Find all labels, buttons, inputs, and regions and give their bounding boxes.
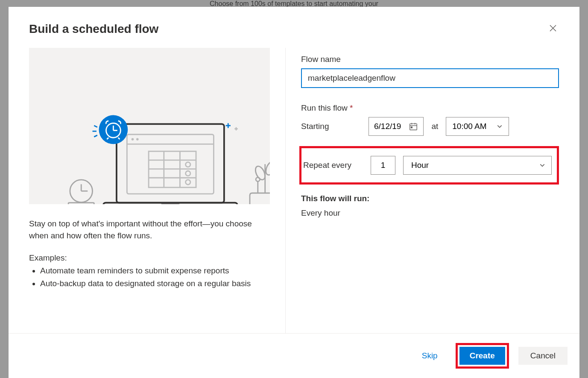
unit-value: Hour: [411, 161, 429, 170]
create-highlight: Create: [456, 343, 509, 369]
svg-point-24: [186, 180, 190, 185]
summary-text: Every hour: [301, 208, 559, 218]
svg-point-22: [186, 162, 190, 167]
close-button[interactable]: [547, 22, 559, 35]
date-value: 6/12/19: [374, 122, 401, 131]
start-date-input[interactable]: 6/12/19: [369, 117, 424, 136]
required-asterisk: *: [350, 103, 353, 112]
svg-line-37: [94, 135, 97, 137]
at-label: at: [431, 122, 438, 131]
chevron-down-icon: [497, 123, 503, 129]
examples-list: Automate team reminders to submit expens…: [29, 264, 270, 290]
chevron-down-icon: [539, 162, 545, 168]
repeat-label: Repeat every: [303, 161, 363, 170]
starting-label: Starting: [301, 122, 361, 131]
run-flow-label: Run this flow *: [301, 103, 559, 113]
summary-label: This flow will run:: [301, 194, 559, 203]
dialog-body: Stay on top of what's important without …: [9, 36, 579, 333]
repeat-highlight: Repeat every Hour: [299, 146, 559, 185]
starting-row: Starting 6/12/19 at 10:00 AM: [301, 117, 559, 136]
svg-rect-12: [127, 135, 214, 194]
svg-point-8: [256, 177, 260, 181]
start-time-select[interactable]: 10:00 AM: [446, 117, 509, 136]
flow-name-input[interactable]: [301, 68, 559, 88]
repeat-count-input[interactable]: [371, 156, 395, 175]
time-value: 10:00 AM: [452, 122, 486, 131]
svg-point-14: [132, 138, 134, 141]
svg-rect-2: [68, 203, 94, 204]
right-panel: Flow name Run this flow * Starting 6/12/…: [285, 48, 559, 333]
repeat-row: Repeat every Hour: [301, 156, 552, 175]
schedule-illustration: [29, 48, 270, 204]
svg-point-23: [186, 171, 190, 176]
calendar-icon: [409, 122, 418, 131]
close-icon: [549, 24, 557, 32]
svg-point-15: [136, 138, 139, 141]
example-item: Auto-backup data to designated storage o…: [40, 277, 270, 290]
examples-label: Examples:: [29, 253, 270, 263]
example-item: Automate team reminders to submit expens…: [40, 264, 270, 277]
dialog-title: Build a scheduled flow: [29, 22, 158, 36]
dialog-description: Stay on top of what's important without …: [29, 218, 270, 241]
svg-rect-9: [117, 124, 224, 202]
skip-button[interactable]: Skip: [412, 347, 448, 365]
left-panel: Stay on top of what's important without …: [29, 48, 285, 333]
dialog-footer: Skip Create Cancel: [9, 333, 579, 378]
repeat-unit-select[interactable]: Hour: [403, 156, 552, 175]
svg-line-35: [94, 126, 97, 127]
svg-rect-42: [411, 127, 412, 128]
flow-name-label: Flow name: [301, 55, 559, 64]
dialog-header: Build a scheduled flow: [9, 7, 579, 36]
create-button[interactable]: Create: [459, 347, 505, 365]
scheduled-flow-dialog: Build a scheduled flow: [9, 7, 579, 378]
cancel-button[interactable]: Cancel: [518, 347, 568, 365]
